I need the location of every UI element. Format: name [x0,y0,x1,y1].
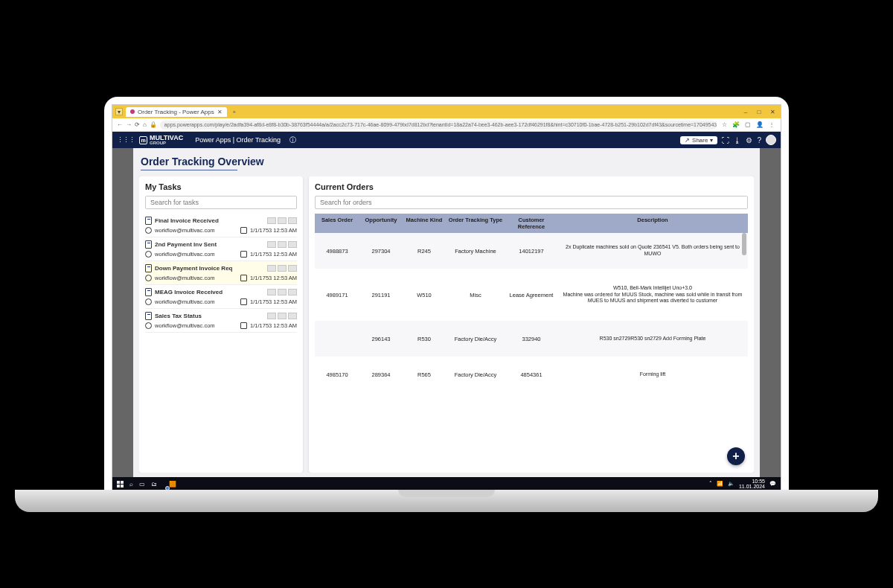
system-tray[interactable]: ˄ 📶 🔈 10:55 11.01.2024 💬 [709,479,776,489]
tasks-search-placeholder: Search for tasks [150,199,199,206]
task-owner-email: workflow@multivac.com [155,322,237,329]
task-item[interactable]: Down Payment Invoice Req workflow@multiv… [145,261,297,285]
taskbar-search-icon[interactable]: ⌕ [129,481,133,488]
nav-reload-icon[interactable]: ⟳ [135,121,140,128]
cell-opportunity: 297304 [359,245,403,258]
task-view-icon[interactable]: ▭ [139,481,145,488]
tray-chevron-icon[interactable]: ˄ [709,481,712,487]
calendar-icon [240,298,247,305]
task-complete-icon[interactable] [288,313,297,319]
help-icon[interactable]: ? [757,136,761,144]
extensions-icon[interactable]: 🧩 [732,121,740,128]
tab-close-icon[interactable]: ✕ [217,109,223,115]
task-actions [267,217,297,224]
col-machine-kind[interactable]: Machine Kind [403,214,446,233]
task-complete-icon[interactable] [288,289,297,295]
notifications-icon[interactable]: 💬 [769,481,776,487]
task-name: Sales Tax Status [155,313,264,319]
network-icon[interactable]: 📶 [717,481,723,487]
right-gutter [760,148,781,477]
site-info-icon[interactable]: 🔒 [150,121,157,128]
window-close-button[interactable]: ✕ [767,109,778,115]
file-explorer-icon[interactable]: 🗂 [151,481,157,488]
browser-toolbar: ← → ⟳ ⌂ 🔒 apps.powerapps.com/play/e/2adf… [112,118,781,132]
table-row[interactable]: 4985170 289364 R565 Factory Die/Accy 485… [315,357,748,392]
reader-icon[interactable]: ▢ [743,121,752,128]
task-owner-email: workflow@multivac.com [155,251,237,258]
plus-icon: + [732,450,739,463]
share-button[interactable]: ↗ Share ▾ [680,136,717,144]
task-edit-icon[interactable] [267,313,276,319]
page-title: Order Tracking Overview [139,153,754,172]
task-edit-icon[interactable] [267,265,276,272]
cell-machine-kind: R565 [403,368,446,381]
my-tasks-title: My Tasks [145,182,297,191]
window-minimize-button[interactable]: – [740,109,751,115]
taskbar-clock[interactable]: 10:55 11.01.2024 [739,479,765,489]
settings-gear-icon[interactable]: ⚙ [746,136,752,144]
my-tasks-panel: My Tasks Search for tasks Final Invoice … [139,176,303,473]
task-name: 2nd Payment Inv Sent [155,241,264,248]
task-edit-icon[interactable] [267,289,276,295]
col-customer-reference[interactable]: Customer Reference [505,214,557,233]
new-tab-button[interactable]: + [230,107,239,116]
col-order-tracking-type[interactable]: Order Tracking Type [446,214,505,233]
task-datetime: 1/1/1753 12:53 AM [250,298,297,305]
task-flag-icon[interactable] [278,241,287,248]
nav-home-icon[interactable]: ⌂ [143,121,147,128]
cell-description: Forming lift [557,368,748,381]
share-label: Share [692,137,708,144]
window-maximize-button[interactable]: □ [754,109,764,115]
address-bar[interactable]: apps.powerapps.com/play/e/2adfa394-af8d-… [160,121,717,130]
fullscreen-icon[interactable]: ⛶ [722,136,729,144]
col-sales-order[interactable]: Sales Order [315,214,359,233]
table-row[interactable]: 296143 R530 Factory Die/Accy 332940 R530… [315,321,748,357]
table-row[interactable]: 4989171 291191 W510 Misc Lease Agreement… [315,269,748,321]
breadcrumb: Power Apps | Order Tracking [195,136,281,144]
nav-forward-icon[interactable]: → [126,121,132,128]
user-avatar[interactable] [766,135,776,145]
document-icon [145,288,152,296]
task-owner-email: workflow@multivac.com [155,227,237,234]
task-item[interactable]: Sales Tax Status workflow@multivac.com 1… [145,309,297,333]
orders-search-input[interactable]: Search for orders [315,196,748,209]
table-row[interactable]: 4988873 297304 R245 Factory Machine 1401… [315,233,748,269]
task-flag-icon[interactable] [278,313,287,319]
taskbar-date: 11.01.2024 [739,484,765,489]
col-opportunity[interactable]: Opportunity [359,214,403,233]
add-order-button[interactable]: + [727,447,745,465]
download-icon[interactable]: ⭳ [734,136,741,144]
sound-icon[interactable]: 🔈 [728,481,734,487]
tab-title: Order Tracking - Power Apps [138,109,214,115]
task-item[interactable]: Final Invoice Received workf [145,214,297,237]
windows-taskbar: ⌕ ▭ 🗂 🟧 ˄ 📶 🔈 10:55 11.01.2024 💬 [112,477,781,490]
app-launcher-icon[interactable]: ⋮⋮⋮ [117,136,135,144]
task-edit-icon[interactable] [267,241,276,248]
browser-tab[interactable]: Order Tracking - Power Apps ✕ [126,107,227,117]
browser-menu-icon[interactable]: ⋮ [767,121,776,128]
nav-back-icon[interactable]: ← [117,121,123,128]
profile-icon[interactable]: 👤 [755,121,764,128]
task-item[interactable]: MEAG Invoice Received workflow@multivac.… [145,285,297,309]
task-name: Final Invoice Received [155,217,264,224]
task-flag-icon[interactable] [278,289,287,295]
bookmarks-dropdown-icon[interactable]: ▾ [115,108,123,115]
col-description[interactable]: Description [557,214,748,233]
task-complete-icon[interactable] [288,241,297,248]
task-item[interactable]: 2nd Payment Inv Sent workflow@multivac.c… [145,237,297,261]
share-icon: ↗ [685,137,690,144]
task-name: Down Payment Invoice Req [155,265,264,272]
start-button[interactable] [117,481,124,488]
bookmark-star-icon[interactable]: ☆ [720,121,729,128]
cell-machine-kind: R245 [403,245,446,258]
pinned-app-icon[interactable]: 🟧 [169,481,176,488]
task-flag-icon[interactable] [278,217,287,224]
orders-scrollbar[interactable] [742,233,746,255]
info-icon[interactable]: ⓘ [289,135,296,145]
task-edit-icon[interactable] [267,217,276,224]
task-complete-icon[interactable] [288,265,297,272]
task-complete-icon[interactable] [288,217,297,224]
task-flag-icon[interactable] [278,265,287,272]
orders-search-placeholder: Search for orders [320,199,372,206]
tasks-search-input[interactable]: Search for tasks [145,196,297,209]
